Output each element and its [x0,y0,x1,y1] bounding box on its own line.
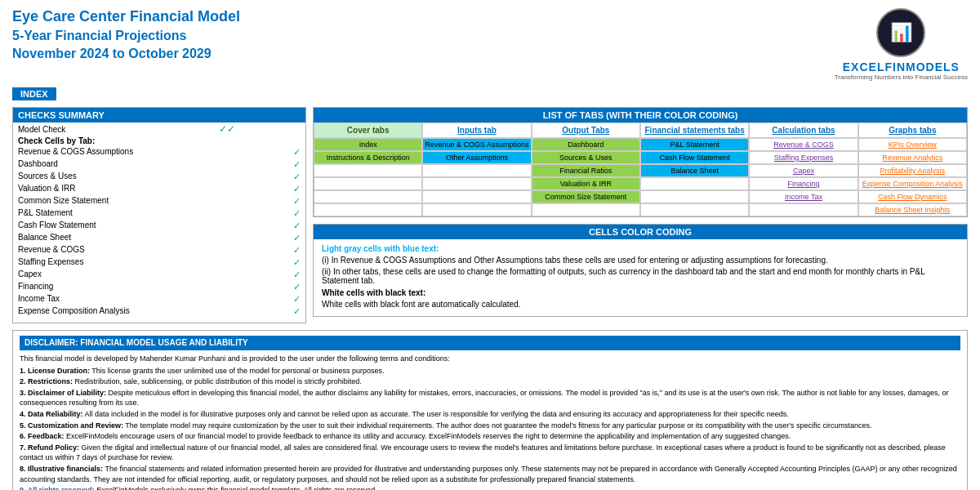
disclaimer-item: 1. License Duration: This license grants… [20,366,960,376]
tab-item[interactable]: Profitability Analysis [858,164,967,177]
tab-col-header: Calculation tabs [749,122,858,138]
tab-item[interactable]: Revenue & COGS [749,138,858,151]
disclaimer-item: 5. Customization and Review: The templat… [20,421,960,431]
disclaimer-panel: DISCLAIMER: FINANCIAL MODEL USAGE AND LI… [12,330,968,490]
check-item-value: ✓ [293,147,301,158]
check-item-value: ✓ [293,245,301,256]
color-text1a: (i) In Revenue & COGS Assumptions and Ot… [322,256,959,265]
tab-item[interactable]: Common Size Statement [532,190,640,203]
check-item: Common Size Statement✓ [13,195,305,207]
tab-col-header: Inputs tab [422,122,531,138]
main-container: Eye Care Center Financial Model 5-Year F… [0,0,980,490]
check-item: Income Tax✓ [13,293,305,305]
disclaimer-header: DISCLAIMER: FINANCIAL MODEL USAGE AND LI… [20,336,960,350]
tab-item[interactable]: Staffing Expenses [749,151,858,164]
tab-col-header: Output Tabs [532,122,640,138]
title2: 5-Year Financial Projections [12,29,240,43]
tab-item [422,164,531,177]
checks-table: Model Check ✓✓ Check Cells by Tab: [13,122,305,146]
tabs-panel: LIST OF TABS (WITH THEIR COLOR CODING) C… [313,107,968,217]
tab-item[interactable]: Balance Sheet Insights [858,203,967,216]
check-item-value: ✓ [293,294,301,305]
tab-item[interactable]: Revenue & COGS Assumptions [422,138,531,151]
check-item-name: Financing [18,282,53,292]
check-item: Cash Flow Statement✓ [13,220,305,232]
check-item-value: ✓ [293,220,301,231]
section-label: Check Cells by Tab: [13,136,305,146]
tab-item[interactable]: Dashboard [532,138,640,151]
check-item-name: Cash Flow Statement [18,220,96,231]
color-header: CELLS COLOR CODING [314,225,967,239]
tab-item[interactable]: Other Assumptions [422,151,531,164]
tab-item[interactable]: Financial Ratios [532,164,640,177]
check-item-name: Dashboard [18,159,58,170]
check-item: Financing✓ [13,281,305,293]
check-item: Sources & Uses✓ [13,171,305,183]
disclaimer-item: 3. Disclaimer of Liability: Despite meti… [20,388,960,408]
right-panels: LIST OF TABS (WITH THEIR COLOR CODING) C… [313,107,968,323]
tab-item[interactable]: Instructions & Description [314,151,422,164]
tab-col-header: Financial statements tabs [640,122,749,138]
tab-item[interactable]: Capex [749,164,858,177]
disclaimer-item: 9. All rights reserved: ExcelFinModels e… [20,485,960,490]
color-content: Light gray cells with blue text: (i) In … [314,239,967,316]
color-text1b: (ii) In other tabs, these cells are used… [322,267,959,285]
tab-item [422,203,531,216]
disclaimer-item: 8. Illustrative financials: The financia… [20,464,960,484]
tab-item[interactable]: Balance Sheet [640,164,749,177]
check-item-name: Valuation & IRR [18,184,75,194]
check-item-name: Capex [18,270,42,280]
tab-item[interactable]: Expense Composition Analysis [858,177,967,190]
tabs-header: LIST OF TABS (WITH THEIR COLOR CODING) [314,108,967,122]
title1: Eye Care Center Financial Model [12,8,240,25]
color-label1: Light gray cells with blue text: [322,244,959,253]
tab-item[interactable]: Income Tax [749,190,858,203]
model-check-row: Model Check ✓✓ [13,122,305,136]
tab-item[interactable]: KPIs Overview [858,138,967,151]
check-item-name: Sources & Uses [18,172,77,182]
check-item: Valuation & IRR✓ [13,183,305,195]
disclaimer-item: 2. Restrictions: Redistribution, sale, s… [20,376,960,387]
tab-item [422,177,531,190]
check-item-value: ✓ [293,270,301,280]
tab-item [314,177,422,190]
tab-item[interactable]: Valuation & IRR [532,177,640,190]
tab-item [532,203,640,216]
check-item-name: Income Tax [18,294,60,305]
check-item-name: P&L Statement [18,208,73,219]
tab-col-header: Cover tabs [314,122,422,138]
tab-item[interactable]: Financing [749,177,858,190]
tab-item [314,190,422,203]
check-item-value: ✓ [293,184,301,194]
model-check-value: ✓✓ [214,122,305,136]
tab-item[interactable]: Cash Flow Statement [640,151,749,164]
tab-item[interactable]: P&L Statement [640,138,749,151]
checks-header: CHECKS SUMMARY [13,108,305,122]
check-item-value: ✓ [293,208,301,219]
color-panel: CELLS COLOR CODING Light gray cells with… [313,224,968,317]
color-text2: White cells with black font are automati… [322,300,959,309]
check-item: P&L Statement✓ [13,207,305,220]
tab-item [640,177,749,190]
tab-item [314,164,422,177]
disclaimer-item: 4. Data Reliability: All data included i… [20,409,960,420]
tab-item[interactable]: Cash Flow Dynamics [858,190,967,203]
check-item-name: Revenue & COGS Assumptions [18,147,133,158]
tabs-grid: Cover tabsInputs tabOutput TabsFinancial… [314,122,967,216]
tab-item[interactable]: Index [314,138,422,151]
check-item-value: ✓ [293,196,301,207]
tab-item[interactable]: Revenue Analytics [858,151,967,164]
index-label: INDEX [12,87,56,100]
model-check-label: Model Check [13,122,214,136]
title3: November 2024 to October 2029 [12,47,240,61]
check-item: Staffing Expenses✓ [13,256,305,269]
logo-text: EXCELFINMODELS [835,60,968,74]
check-item-value: ✓ [293,233,301,243]
color-label2: White cells with black text: [322,288,959,297]
check-item-name: Common Size Statement [18,196,109,207]
check-item: Dashboard✓ [13,158,305,171]
tab-item[interactable]: Sources & Uses [532,151,640,164]
two-col-section: CHECKS SUMMARY Model Check ✓✓ Check Cell… [12,107,968,323]
checks-items: Revenue & COGS Assumptions✓Dashboard✓Sou… [13,146,305,318]
check-item: Balance Sheet✓ [13,232,305,244]
